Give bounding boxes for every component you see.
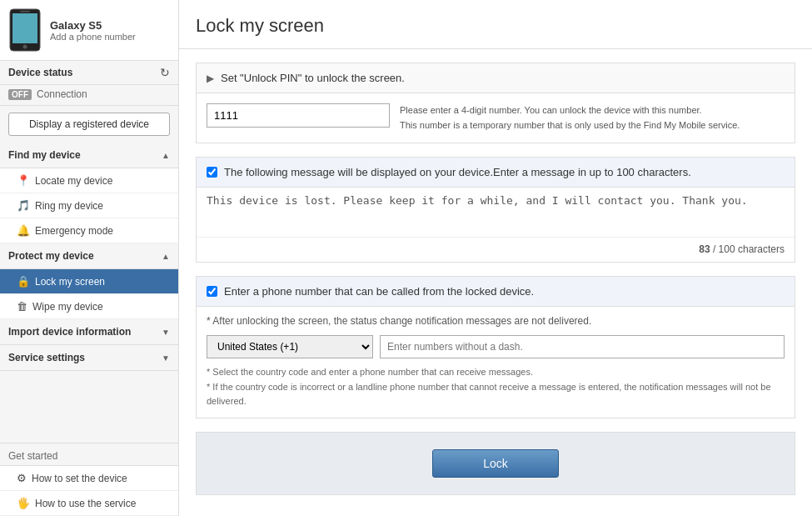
lock-icon: 🔒: [17, 275, 30, 288]
sidebar-item-emergency[interactable]: 🔔 Emergency mode: [0, 218, 178, 243]
locate-icon: 📍: [17, 174, 30, 187]
sidebar-section-service-settings[interactable]: Service settings ▼: [0, 345, 178, 371]
pin-input[interactable]: [207, 103, 390, 128]
sidebar-item-ring[interactable]: 🎵 Ring my device: [0, 193, 178, 218]
phone-header-row: Enter a phone number that can be called …: [197, 277, 795, 307]
device-header: Galaxy S5 Add a phone number: [0, 0, 178, 61]
phone-footnote1: * Select the country code and enter a ph…: [207, 365, 785, 380]
how-to-set-label: How to set the device: [32, 473, 127, 484]
phone-header-text: Enter a phone number that can be called …: [224, 285, 534, 298]
pin-hint: Please enter a 4-digit number. You can u…: [400, 103, 740, 133]
sidebar-item-how-to-use[interactable]: 🖐 How to use the service: [0, 491, 178, 516]
phone-number-input[interactable]: [380, 335, 785, 358]
service-settings-arrow-icon: ▼: [162, 353, 170, 363]
import-label: Import device information: [8, 326, 131, 338]
find-my-device-label: Find my device: [8, 149, 81, 161]
ring-label: Ring my device: [35, 200, 103, 212]
unlock-pin-section: ▶ Set "Unlock PIN" to unlock the screen.…: [196, 63, 795, 143]
hand-icon: 🖐: [17, 497, 30, 509]
message-header-row: The following message will be displayed …: [197, 158, 795, 188]
device-status-bar: Device status ↻: [0, 61, 178, 85]
main-body: ▶ Set "Unlock PIN" to unlock the screen.…: [179, 49, 812, 516]
emergency-icon: 🔔: [17, 224, 30, 237]
lock-screen-label: Lock my screen: [35, 276, 105, 288]
device-image-icon: [8, 8, 42, 52]
char-count-row: 83 / 100 characters: [197, 240, 795, 262]
connection-label: Connection: [37, 88, 87, 100]
protect-items: 🔒 Lock my screen 🗑 Wipe my device: [0, 269, 178, 319]
unlock-pin-header: ▶ Set "Unlock PIN" to unlock the screen.: [197, 63, 795, 93]
device-name: Galaxy S5: [50, 19, 136, 32]
wipe-label: Wipe my device: [32, 301, 103, 313]
pin-row: Please enter a 4-digit number. You can u…: [197, 93, 795, 143]
import-arrow-icon: ▼: [162, 328, 170, 337]
message-header-text: The following message will be displayed …: [224, 166, 691, 178]
display-registered-device-button[interactable]: Display a registered device: [8, 113, 170, 136]
sidebar-item-locate[interactable]: 📍 Locate my device: [0, 168, 178, 193]
main-content: Lock my screen ▶ Set "Unlock PIN" to unl…: [179, 0, 812, 516]
find-my-device-arrow-icon: ▲: [162, 151, 170, 160]
phone-footnotes: * Select the country code and enter a ph…: [207, 365, 785, 409]
char-max: 100: [719, 243, 735, 255]
message-checkbox[interactable]: [207, 167, 217, 178]
refresh-icon[interactable]: ↻: [160, 66, 170, 79]
pin-hint-line1: Please enter a 4-digit number. You can u…: [400, 103, 740, 118]
protect-label: Protect my device: [8, 250, 94, 262]
phone-section-inner: * After unlocking the screen, the status…: [197, 307, 795, 418]
service-settings-label: Service settings: [8, 352, 85, 363]
how-to-use-label: How to use the service: [35, 498, 136, 509]
last-requested-row: Last requested date : No Request: [196, 508, 795, 516]
lock-button-area: Lock: [196, 432, 795, 495]
message-section: The following message will be displayed …: [196, 157, 795, 263]
status-off-badge: OFF: [8, 89, 32, 100]
sidebar-item-lock-screen[interactable]: 🔒 Lock my screen: [0, 269, 178, 294]
emergency-label: Emergency mode: [35, 225, 113, 237]
phone-inputs-row: United States (+1): [207, 335, 785, 358]
page-title: Lock my screen: [179, 0, 812, 49]
sidebar-item-how-to-set[interactable]: ⚙ How to set the device: [0, 466, 178, 491]
status-row: OFF Connection: [0, 85, 178, 106]
char-count: 83: [699, 243, 710, 255]
device-sub: Add a phone number: [50, 32, 136, 42]
arrow-right-icon: ▶: [207, 73, 214, 84]
svg-rect-1: [12, 13, 37, 43]
ring-icon: 🎵: [17, 199, 30, 212]
phone-notice: * After unlocking the screen, the status…: [207, 315, 785, 327]
phone-footnote2: * If the country code is incorrect or a …: [207, 380, 785, 409]
message-textarea[interactable]: This device is lost. Please keep it for …: [197, 188, 795, 238]
country-select[interactable]: United States (+1): [207, 335, 373, 358]
find-my-device-items: 📍 Locate my device 🎵 Ring my device 🔔 Em…: [0, 168, 178, 243]
get-started-label: Get started: [0, 443, 178, 465]
sidebar-section-import[interactable]: Import device information ▼: [0, 319, 178, 345]
gear-icon: ⚙: [17, 472, 27, 484]
get-started-items: ⚙ How to set the device 🖐 How to use the…: [0, 465, 178, 516]
svg-point-2: [23, 45, 27, 49]
svg-rect-3: [20, 11, 30, 13]
device-status-label: Device status: [8, 67, 72, 78]
sidebar-section-find-my-device[interactable]: Find my device ▲: [0, 143, 178, 168]
wipe-icon: 🗑: [17, 300, 27, 313]
phone-section: Enter a phone number that can be called …: [196, 276, 795, 418]
sidebar: Galaxy S5 Add a phone number Device stat…: [0, 0, 179, 516]
unlock-pin-header-text: Set "Unlock PIN" to unlock the screen.: [221, 72, 405, 84]
phone-checkbox[interactable]: [207, 286, 217, 297]
char-label: characters: [738, 243, 785, 255]
locate-label: Locate my device: [35, 175, 112, 187]
lock-button[interactable]: Lock: [432, 449, 559, 478]
sidebar-section-protect[interactable]: Protect my device ▲: [0, 243, 178, 269]
pin-hint-line2: This number is a temporary number that i…: [400, 118, 740, 133]
sidebar-item-wipe[interactable]: 🗑 Wipe my device: [0, 294, 178, 319]
protect-arrow-icon: ▲: [162, 252, 170, 261]
